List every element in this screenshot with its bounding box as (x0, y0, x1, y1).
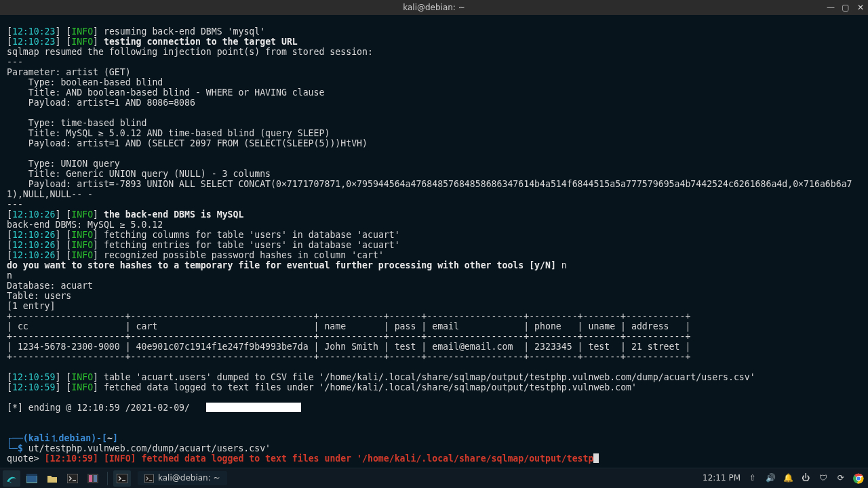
svg-rect-6 (117, 474, 127, 483)
table-border: +---------------------+-----------------… (7, 311, 690, 321)
window-titlebar: kali@debian: ~ — ▢ ✕ (0, 0, 868, 15)
command-input[interactable]: ut/testphp.vulnweb.com/dump/acuart/users… (28, 443, 271, 453)
volume-icon[interactable]: 🔊 (765, 473, 776, 483)
window-title: kali@debian: ~ (403, 3, 465, 13)
file-manager-icon[interactable] (43, 470, 61, 487)
taskbar-task-label: kali@debian: ~ (158, 473, 220, 483)
svg-rect-0 (26, 475, 37, 483)
show-desktop-icon[interactable] (23, 470, 41, 487)
sync-icon[interactable]: ⟳ (835, 473, 846, 483)
maximize-button[interactable]: ▢ (840, 3, 851, 13)
security-icon[interactable]: 🛡 (818, 473, 829, 483)
chrome-icon[interactable] (853, 473, 864, 484)
close-button[interactable]: ✕ (855, 3, 866, 13)
svg-rect-2 (67, 474, 78, 483)
table-row: | 1234-5678-2300-9000 | 40e901c07c1914f1… (7, 342, 690, 352)
table-header: | cc | cart | name | pass | email | phon… (7, 321, 690, 331)
network-icon[interactable]: ⏻ (800, 473, 811, 483)
terminal-cursor (593, 453, 599, 463)
svg-rect-1 (26, 474, 37, 476)
taskbar: kali@debian: ~ 12:11 PM ⇧ 🔊 🔔 ⏻ 🛡 ⟳ (0, 468, 868, 488)
svg-rect-7 (144, 474, 154, 483)
minimize-button[interactable]: — (825, 3, 836, 13)
notification-icon[interactable]: 🔔 (783, 473, 793, 483)
taskbar-task[interactable]: kali@debian: ~ (138, 471, 227, 485)
terminal-running-icon[interactable] (113, 470, 131, 487)
editor-icon[interactable] (84, 470, 102, 487)
svg-rect-4 (89, 475, 92, 482)
svg-rect-5 (94, 475, 97, 482)
kali-menu-icon[interactable] (3, 470, 20, 487)
clock[interactable]: 12:11 PM (703, 473, 741, 483)
terminal-icon[interactable] (64, 470, 81, 487)
terminal-output[interactable]: [12:10:23] [INFO] resuming back-end DBMS… (0, 15, 868, 464)
selection-highlight (206, 403, 301, 412)
table-border: +---------------------+-----------------… (7, 331, 690, 342)
table-border: +---------------------+-----------------… (7, 352, 690, 362)
upload-tray-icon[interactable]: ⇧ (747, 473, 758, 483)
